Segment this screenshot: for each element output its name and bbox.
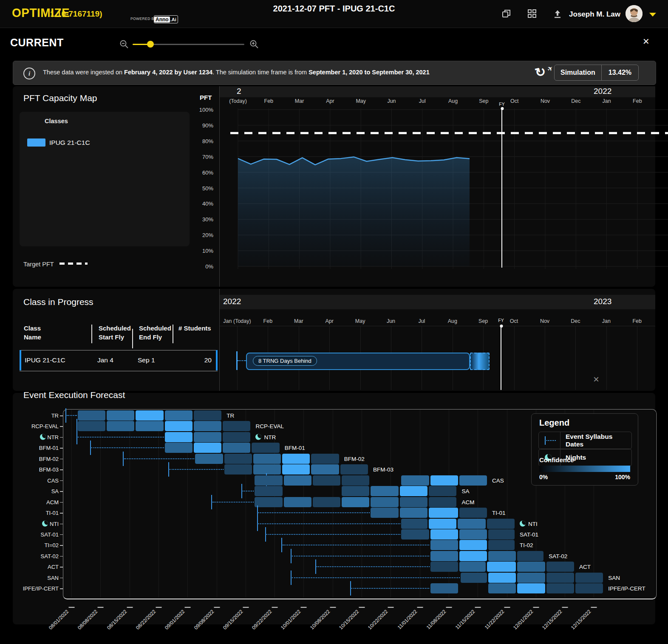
syllabus-connector bbox=[67, 415, 76, 416]
upload-icon[interactable] bbox=[552, 8, 563, 19]
month-label: Nov bbox=[540, 318, 549, 324]
syllabus-date-tick bbox=[76, 430, 77, 444]
syllabus-connector bbox=[258, 512, 370, 513]
simulation-label: Simulation bbox=[555, 65, 602, 80]
gantt-row-label: IPFE/IP-CERT bbox=[8, 585, 59, 592]
gantt-bar-segment bbox=[517, 583, 545, 593]
capacity-title: PFT Capacity Map bbox=[23, 93, 97, 103]
gantt-bar-segment bbox=[195, 454, 223, 464]
axis-tick bbox=[60, 491, 63, 492]
month-label: Mar bbox=[294, 318, 303, 324]
confidence-label: Confidence bbox=[539, 456, 574, 463]
class-color-swatch[interactable] bbox=[27, 138, 45, 147]
gantt-row-end-label: CAS bbox=[492, 477, 504, 483]
syllabus-date-tick bbox=[350, 581, 351, 596]
syllabus-date-tick bbox=[315, 559, 316, 574]
trng-days-behind-badge[interactable]: 8 TRNG Days Behind bbox=[253, 356, 317, 366]
gantt-row-end-label: RCP-EVAL bbox=[255, 423, 284, 429]
rerun-simulation-icon[interactable]: ↻✈ bbox=[534, 64, 553, 82]
gantt-bar-segment bbox=[459, 475, 487, 486]
avatar[interactable] bbox=[626, 5, 643, 22]
chart1-fy-label: FY bbox=[499, 102, 504, 107]
slider-track[interactable] bbox=[150, 44, 244, 45]
pft-y-tick: 80% bbox=[196, 138, 213, 144]
zoom-in-icon[interactable] bbox=[249, 39, 259, 49]
view-toolbar: CURRENT × bbox=[0, 28, 668, 59]
gantt-bar-segment bbox=[342, 497, 369, 507]
class-progress-bar[interactable]: 8 TRNG Days Behind bbox=[246, 353, 470, 370]
syllabus-date-tick bbox=[90, 441, 91, 455]
gantt-bar-segment bbox=[136, 410, 163, 421]
user-menu-caret-icon[interactable] bbox=[649, 13, 656, 17]
timeline-zoom-slider[interactable] bbox=[119, 39, 263, 49]
gantt-bar-segment bbox=[487, 519, 515, 529]
gantt-bar-segment bbox=[430, 583, 458, 593]
axis-tick bbox=[60, 437, 63, 438]
syllabus-connector bbox=[258, 523, 400, 524]
class-legend-label[interactable]: IPUG 21-C1C bbox=[49, 139, 90, 147]
brand-suffix: .Ai bbox=[170, 17, 176, 22]
simulation-value: 13.42% bbox=[602, 69, 638, 76]
grid-line bbox=[575, 326, 576, 390]
gantt-row-label: TI=02 bbox=[8, 542, 59, 548]
gantt-bar-segment bbox=[400, 508, 427, 518]
forecast-legend: Legend Event Syllabus Dates Nights Confi… bbox=[531, 413, 638, 486]
gantt-bar-segment bbox=[401, 519, 427, 529]
syllabus-connector bbox=[170, 469, 223, 470]
windows-icon[interactable] bbox=[501, 8, 512, 19]
syllabus-connector bbox=[266, 534, 400, 535]
pft-y-tick: 30% bbox=[196, 216, 213, 223]
dismiss-icon[interactable]: × bbox=[593, 373, 599, 385]
syllabus-connector bbox=[243, 491, 254, 491]
gantt-row-label: RCP-EVAL bbox=[8, 423, 59, 429]
cell-students: 20 bbox=[204, 356, 212, 364]
grid-icon[interactable] bbox=[527, 8, 537, 19]
axis-tick bbox=[60, 513, 63, 514]
gantt-bar-segment bbox=[255, 497, 282, 507]
syllabus-date-tick bbox=[265, 527, 266, 542]
axis-tick bbox=[60, 534, 63, 535]
month-label: Jan bbox=[602, 318, 611, 324]
gantt-bar-segment bbox=[546, 583, 574, 593]
gantt-bar-segment bbox=[165, 432, 192, 442]
syllabus-date-tick bbox=[291, 549, 292, 563]
gantt-bar-segment bbox=[575, 573, 603, 583]
gantt-row-label: SAT-02 bbox=[8, 553, 59, 559]
gantt-row-label: TR bbox=[8, 412, 59, 419]
zoom-out-icon[interactable] bbox=[119, 39, 129, 49]
syllabus-connector bbox=[283, 545, 430, 545]
gantt-row-label: BFM-03 bbox=[8, 466, 59, 473]
user-name[interactable]: Joseph M. Law bbox=[569, 10, 620, 19]
gantt-bar-segment bbox=[165, 421, 192, 431]
gantt-bar-segment bbox=[194, 410, 221, 421]
gantt-bar-segment bbox=[342, 475, 369, 486]
column-divider bbox=[132, 329, 133, 348]
class-bar-forecast-segment[interactable] bbox=[470, 353, 490, 370]
cell-start-fly: Jan 4 bbox=[97, 356, 113, 364]
syllabus-connector bbox=[124, 458, 194, 459]
table-row[interactable]: IPUG 21-C1C Jan 4 Sep 1 20 bbox=[20, 350, 218, 371]
syllabus-label: Event Syllabus Dates bbox=[560, 433, 631, 448]
gantt-row-end-label: IPFE/IP-CERT bbox=[608, 585, 645, 592]
gantt-bar-segment bbox=[430, 551, 458, 561]
gantt-bar-segment bbox=[430, 540, 458, 550]
gantt-bar-segment bbox=[223, 432, 250, 442]
gantt-row-label: BFM-01 bbox=[8, 445, 59, 451]
slider-thumb[interactable] bbox=[147, 41, 154, 48]
gantt-bar-segment bbox=[488, 529, 515, 539]
axis-tick bbox=[60, 480, 63, 481]
grid-line bbox=[606, 326, 607, 390]
gantt-bar-segment bbox=[223, 421, 250, 431]
gantt-bar-segment bbox=[517, 551, 543, 561]
gantt-row-label: SA bbox=[8, 488, 59, 494]
close-icon[interactable]: × bbox=[643, 36, 649, 47]
gantt-row-end-label: SAT-02 bbox=[549, 553, 567, 559]
axis-tick bbox=[60, 545, 63, 546]
cell-class-name: IPUG 21-C1C bbox=[25, 356, 65, 364]
confidence-max: 100% bbox=[615, 474, 630, 480]
gantt-bar-segment bbox=[546, 562, 574, 572]
legend-title: Legend bbox=[539, 418, 569, 428]
gantt-bar-segment bbox=[461, 573, 487, 583]
ingest-text: These data were ingested on February 4, … bbox=[43, 69, 430, 76]
cell-end-fly: Sep 1 bbox=[138, 356, 155, 364]
